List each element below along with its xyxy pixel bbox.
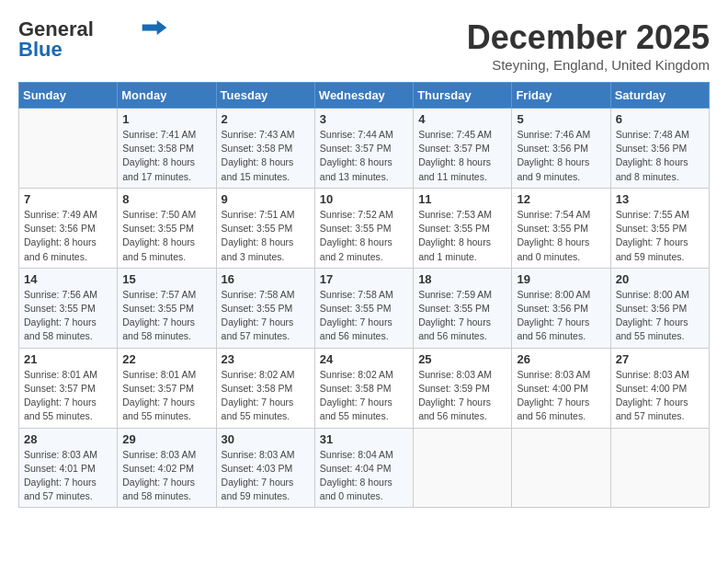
day-info: Sunrise: 8:04 AM Sunset: 4:04 PM Dayligh… bbox=[320, 448, 408, 504]
day-info: Sunrise: 8:03 AM Sunset: 4:00 PM Dayligh… bbox=[616, 368, 704, 424]
day-number: 23 bbox=[222, 352, 310, 366]
day-info: Sunrise: 8:00 AM Sunset: 3:56 PM Dayligh… bbox=[517, 288, 605, 344]
logo: General Blue bbox=[18, 18, 167, 61]
calendar-cell: 21Sunrise: 8:01 AM Sunset: 3:57 PM Dayli… bbox=[19, 348, 118, 428]
day-number: 25 bbox=[418, 352, 506, 366]
day-number: 7 bbox=[24, 192, 112, 206]
day-info: Sunrise: 7:50 AM Sunset: 3:55 PM Dayligh… bbox=[122, 208, 210, 264]
day-number: 1 bbox=[122, 112, 210, 126]
day-info: Sunrise: 7:53 AM Sunset: 3:55 PM Dayligh… bbox=[418, 208, 506, 264]
calendar-cell: 27Sunrise: 8:03 AM Sunset: 4:00 PM Dayli… bbox=[610, 348, 709, 428]
day-number: 28 bbox=[24, 432, 112, 446]
calendar-week-row: 28Sunrise: 8:03 AM Sunset: 4:01 PM Dayli… bbox=[19, 428, 710, 508]
day-info: Sunrise: 8:02 AM Sunset: 3:58 PM Dayligh… bbox=[320, 368, 408, 424]
location-subtitle: Steyning, England, United Kingdom bbox=[467, 57, 710, 73]
calendar-cell: 17Sunrise: 7:58 AM Sunset: 3:55 PM Dayli… bbox=[314, 268, 413, 348]
calendar-cell: 15Sunrise: 7:57 AM Sunset: 3:55 PM Dayli… bbox=[118, 268, 216, 348]
day-number: 5 bbox=[517, 112, 605, 126]
day-number: 12 bbox=[517, 192, 605, 206]
day-info: Sunrise: 7:45 AM Sunset: 3:57 PM Dayligh… bbox=[418, 128, 506, 184]
calendar-cell: 24Sunrise: 8:02 AM Sunset: 3:58 PM Dayli… bbox=[314, 348, 413, 428]
calendar-cell: 13Sunrise: 7:55 AM Sunset: 3:55 PM Dayli… bbox=[610, 188, 709, 268]
calendar-week-row: 1Sunrise: 7:41 AM Sunset: 3:58 PM Daylig… bbox=[19, 109, 710, 189]
calendar-cell: 5Sunrise: 7:46 AM Sunset: 3:56 PM Daylig… bbox=[512, 109, 610, 189]
calendar-cell: 3Sunrise: 7:44 AM Sunset: 3:57 PM Daylig… bbox=[314, 109, 413, 189]
day-info: Sunrise: 8:03 AM Sunset: 4:01 PM Dayligh… bbox=[24, 448, 112, 504]
weekday-header-wednesday: Wednesday bbox=[314, 83, 413, 109]
calendar-cell: 6Sunrise: 7:48 AM Sunset: 3:56 PM Daylig… bbox=[610, 109, 709, 189]
day-number: 18 bbox=[418, 272, 506, 286]
day-info: Sunrise: 7:48 AM Sunset: 3:56 PM Dayligh… bbox=[616, 128, 704, 184]
calendar-week-row: 14Sunrise: 7:56 AM Sunset: 3:55 PM Dayli… bbox=[19, 268, 710, 348]
calendar-cell bbox=[610, 428, 709, 508]
day-number: 27 bbox=[616, 352, 704, 366]
calendar-cell: 23Sunrise: 8:02 AM Sunset: 3:58 PM Dayli… bbox=[216, 348, 314, 428]
day-number: 30 bbox=[222, 432, 310, 446]
day-info: Sunrise: 7:46 AM Sunset: 3:56 PM Dayligh… bbox=[517, 128, 605, 184]
calendar-cell: 16Sunrise: 7:58 AM Sunset: 3:55 PM Dayli… bbox=[216, 268, 314, 348]
calendar-cell bbox=[414, 428, 512, 508]
day-number: 24 bbox=[320, 352, 408, 366]
calendar-cell: 7Sunrise: 7:49 AM Sunset: 3:56 PM Daylig… bbox=[19, 188, 118, 268]
day-number: 4 bbox=[418, 112, 506, 126]
calendar-cell: 29Sunrise: 8:03 AM Sunset: 4:02 PM Dayli… bbox=[118, 428, 216, 508]
day-info: Sunrise: 7:55 AM Sunset: 3:55 PM Dayligh… bbox=[616, 208, 704, 264]
day-number: 20 bbox=[616, 272, 704, 286]
day-number: 2 bbox=[222, 112, 310, 126]
calendar-cell: 31Sunrise: 8:04 AM Sunset: 4:04 PM Dayli… bbox=[314, 428, 413, 508]
calendar-cell: 4Sunrise: 7:45 AM Sunset: 3:57 PM Daylig… bbox=[414, 109, 512, 189]
day-number: 11 bbox=[418, 192, 506, 206]
svg-marker-0 bbox=[142, 20, 167, 35]
day-info: Sunrise: 8:00 AM Sunset: 3:56 PM Dayligh… bbox=[616, 288, 704, 344]
day-number: 14 bbox=[24, 272, 112, 286]
calendar-cell bbox=[19, 109, 118, 189]
logo-blue: Blue bbox=[18, 39, 63, 61]
day-number: 26 bbox=[517, 352, 605, 366]
day-info: Sunrise: 7:56 AM Sunset: 3:55 PM Dayligh… bbox=[24, 288, 112, 344]
day-info: Sunrise: 7:59 AM Sunset: 3:55 PM Dayligh… bbox=[418, 288, 506, 344]
day-number: 9 bbox=[222, 192, 310, 206]
day-info: Sunrise: 8:03 AM Sunset: 4:02 PM Dayligh… bbox=[122, 448, 210, 504]
day-info: Sunrise: 7:58 AM Sunset: 3:55 PM Dayligh… bbox=[222, 288, 310, 344]
day-info: Sunrise: 8:03 AM Sunset: 4:03 PM Dayligh… bbox=[222, 448, 310, 504]
month-title: December 2025 bbox=[467, 18, 710, 57]
day-info: Sunrise: 7:43 AM Sunset: 3:58 PM Dayligh… bbox=[222, 128, 310, 184]
day-info: Sunrise: 7:58 AM Sunset: 3:55 PM Dayligh… bbox=[320, 288, 408, 344]
day-info: Sunrise: 7:41 AM Sunset: 3:58 PM Dayligh… bbox=[122, 128, 210, 184]
calendar-cell: 12Sunrise: 7:54 AM Sunset: 3:55 PM Dayli… bbox=[512, 188, 610, 268]
calendar-cell: 1Sunrise: 7:41 AM Sunset: 3:58 PM Daylig… bbox=[118, 109, 216, 189]
weekday-header-tuesday: Tuesday bbox=[216, 83, 314, 109]
calendar-cell: 22Sunrise: 8:01 AM Sunset: 3:57 PM Dayli… bbox=[118, 348, 216, 428]
day-info: Sunrise: 7:52 AM Sunset: 3:55 PM Dayligh… bbox=[320, 208, 408, 264]
logo-arrow-icon bbox=[142, 20, 167, 35]
calendar-header-row: SundayMondayTuesdayWednesdayThursdayFrid… bbox=[19, 83, 710, 109]
calendar-week-row: 7Sunrise: 7:49 AM Sunset: 3:56 PM Daylig… bbox=[19, 188, 710, 268]
day-info: Sunrise: 7:49 AM Sunset: 3:56 PM Dayligh… bbox=[24, 208, 112, 264]
calendar-cell: 30Sunrise: 8:03 AM Sunset: 4:03 PM Dayli… bbox=[216, 428, 314, 508]
day-info: Sunrise: 8:03 AM Sunset: 4:00 PM Dayligh… bbox=[517, 368, 605, 424]
calendar-cell: 8Sunrise: 7:50 AM Sunset: 3:55 PM Daylig… bbox=[118, 188, 216, 268]
day-number: 29 bbox=[122, 432, 210, 446]
day-info: Sunrise: 7:54 AM Sunset: 3:55 PM Dayligh… bbox=[517, 208, 605, 264]
page-header: General Blue December 2025 Steyning, Eng… bbox=[18, 18, 710, 73]
day-number: 16 bbox=[222, 272, 310, 286]
day-number: 17 bbox=[320, 272, 408, 286]
day-info: Sunrise: 8:01 AM Sunset: 3:57 PM Dayligh… bbox=[122, 368, 210, 424]
weekday-header-saturday: Saturday bbox=[610, 83, 709, 109]
calendar-cell: 19Sunrise: 8:00 AM Sunset: 3:56 PM Dayli… bbox=[512, 268, 610, 348]
weekday-header-friday: Friday bbox=[512, 83, 610, 109]
day-info: Sunrise: 8:03 AM Sunset: 3:59 PM Dayligh… bbox=[418, 368, 506, 424]
day-number: 8 bbox=[122, 192, 210, 206]
calendar-cell: 14Sunrise: 7:56 AM Sunset: 3:55 PM Dayli… bbox=[19, 268, 118, 348]
day-number: 13 bbox=[616, 192, 704, 206]
calendar-table: SundayMondayTuesdayWednesdayThursdayFrid… bbox=[18, 82, 710, 508]
calendar-cell: 25Sunrise: 8:03 AM Sunset: 3:59 PM Dayli… bbox=[414, 348, 512, 428]
calendar-cell: 20Sunrise: 8:00 AM Sunset: 3:56 PM Dayli… bbox=[610, 268, 709, 348]
weekday-header-sunday: Sunday bbox=[19, 83, 118, 109]
calendar-cell: 11Sunrise: 7:53 AM Sunset: 3:55 PM Dayli… bbox=[414, 188, 512, 268]
calendar-cell bbox=[512, 428, 610, 508]
day-info: Sunrise: 8:01 AM Sunset: 3:57 PM Dayligh… bbox=[24, 368, 112, 424]
calendar-week-row: 21Sunrise: 8:01 AM Sunset: 3:57 PM Dayli… bbox=[19, 348, 710, 428]
day-number: 21 bbox=[24, 352, 112, 366]
calendar-cell: 26Sunrise: 8:03 AM Sunset: 4:00 PM Dayli… bbox=[512, 348, 610, 428]
